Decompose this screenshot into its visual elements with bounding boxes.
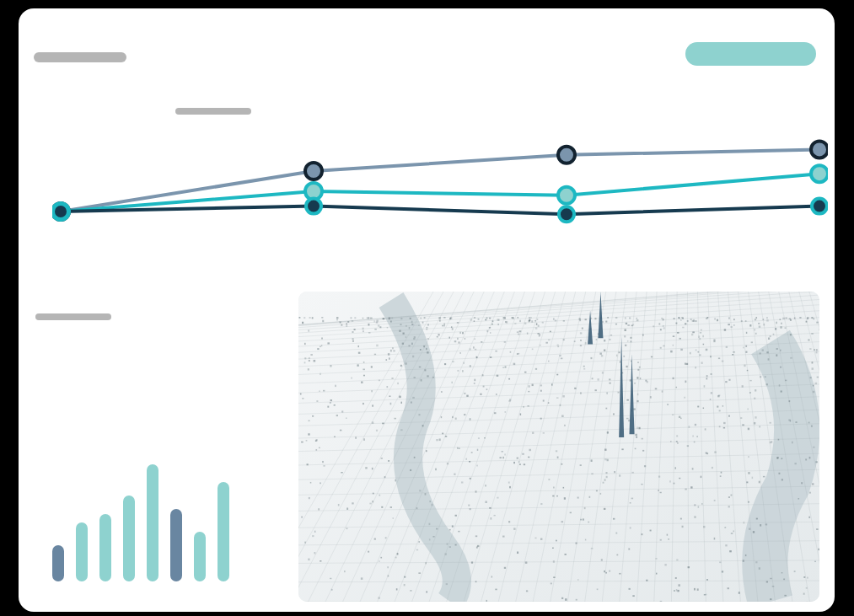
line-point[interactable] bbox=[812, 199, 827, 214]
svg-rect-395 bbox=[477, 449, 478, 451]
bar[interactable] bbox=[99, 514, 111, 581]
svg-rect-383 bbox=[550, 331, 551, 333]
svg-rect-122 bbox=[690, 486, 692, 488]
svg-rect-341 bbox=[601, 355, 603, 356]
svg-rect-832 bbox=[619, 573, 620, 575]
line-point[interactable] bbox=[811, 141, 828, 158]
svg-rect-793 bbox=[660, 492, 662, 493]
svg-rect-869 bbox=[685, 381, 686, 383]
svg-rect-733 bbox=[630, 502, 631, 503]
svg-rect-336 bbox=[748, 456, 749, 458]
svg-rect-305 bbox=[510, 351, 512, 353]
bar[interactable] bbox=[147, 464, 158, 581]
bar[interactable] bbox=[194, 532, 206, 581]
svg-rect-356 bbox=[439, 438, 441, 441]
svg-rect-923 bbox=[684, 397, 685, 399]
svg-rect-823 bbox=[309, 360, 310, 362]
svg-rect-635 bbox=[770, 442, 772, 443]
bar[interactable] bbox=[76, 522, 88, 581]
svg-rect-235 bbox=[633, 408, 636, 410]
map-panel[interactable] bbox=[298, 292, 819, 602]
svg-rect-863 bbox=[660, 539, 662, 541]
svg-rect-515 bbox=[478, 437, 480, 439]
svg-rect-552 bbox=[755, 333, 757, 335]
svg-rect-114 bbox=[557, 345, 559, 346]
svg-rect-417 bbox=[759, 326, 760, 328]
line-point[interactable] bbox=[305, 163, 322, 179]
svg-rect-595 bbox=[806, 587, 808, 589]
bar[interactable] bbox=[123, 495, 135, 581]
svg-rect-204 bbox=[699, 354, 701, 356]
bar[interactable] bbox=[52, 545, 64, 581]
svg-rect-202 bbox=[605, 472, 607, 474]
svg-rect-742 bbox=[426, 329, 427, 330]
svg-rect-780 bbox=[655, 558, 657, 560]
svg-rect-389 bbox=[678, 584, 679, 587]
svg-rect-108 bbox=[690, 319, 692, 320]
svg-rect-873 bbox=[740, 417, 742, 419]
svg-rect-327 bbox=[624, 335, 626, 337]
svg-rect-949 bbox=[308, 329, 309, 331]
svg-rect-322 bbox=[635, 434, 636, 436]
line-point[interactable] bbox=[306, 199, 321, 214]
svg-rect-419 bbox=[485, 501, 487, 502]
line-point[interactable] bbox=[811, 165, 828, 182]
svg-rect-536 bbox=[390, 350, 392, 352]
svg-rect-651 bbox=[609, 570, 610, 572]
svg-rect-377 bbox=[497, 497, 498, 499]
svg-rect-76 bbox=[776, 354, 777, 356]
svg-rect-270 bbox=[712, 467, 713, 469]
svg-rect-289 bbox=[628, 420, 630, 421]
svg-rect-217 bbox=[560, 404, 561, 406]
svg-rect-867 bbox=[518, 333, 519, 335]
svg-rect-260 bbox=[765, 376, 766, 378]
svg-rect-317 bbox=[548, 479, 550, 480]
svg-rect-221 bbox=[596, 490, 598, 492]
svg-rect-915 bbox=[340, 430, 341, 431]
svg-rect-190 bbox=[660, 347, 662, 349]
line-point[interactable] bbox=[53, 204, 68, 219]
line-point[interactable] bbox=[559, 206, 574, 222]
svg-rect-630 bbox=[408, 345, 410, 346]
svg-rect-507 bbox=[604, 508, 605, 510]
svg-rect-97 bbox=[717, 319, 718, 322]
svg-rect-287 bbox=[781, 479, 783, 480]
svg-rect-518 bbox=[724, 329, 726, 330]
svg-rect-410 bbox=[505, 367, 507, 368]
svg-rect-659 bbox=[813, 391, 815, 393]
svg-rect-909 bbox=[426, 327, 427, 329]
svg-rect-385 bbox=[626, 418, 629, 419]
svg-rect-201 bbox=[517, 552, 518, 554]
svg-rect-798 bbox=[667, 404, 669, 405]
svg-rect-684 bbox=[751, 341, 753, 343]
svg-rect-259 bbox=[376, 319, 379, 321]
svg-rect-117 bbox=[679, 338, 681, 340]
svg-rect-571 bbox=[755, 389, 756, 391]
line-series-series-c bbox=[61, 206, 819, 215]
svg-rect-767 bbox=[341, 410, 343, 412]
svg-rect-585 bbox=[580, 345, 582, 346]
svg-rect-378 bbox=[674, 590, 675, 592]
svg-rect-803 bbox=[418, 414, 420, 415]
svg-rect-641 bbox=[424, 369, 426, 371]
line-point[interactable] bbox=[558, 187, 575, 204]
svg-rect-837 bbox=[728, 379, 730, 381]
line-point[interactable] bbox=[558, 147, 575, 163]
action-button[interactable] bbox=[685, 42, 816, 66]
svg-rect-420 bbox=[540, 345, 541, 346]
svg-rect-941 bbox=[400, 318, 402, 319]
svg-rect-730 bbox=[341, 324, 342, 326]
svg-rect-284 bbox=[697, 406, 699, 408]
svg-rect-243 bbox=[454, 474, 455, 475]
svg-rect-238 bbox=[475, 349, 476, 351]
svg-rect-329 bbox=[680, 349, 683, 351]
svg-rect-960 bbox=[455, 418, 457, 420]
svg-rect-624 bbox=[754, 422, 755, 425]
svg-rect-768 bbox=[410, 469, 411, 471]
svg-rect-427 bbox=[615, 317, 617, 319]
bar[interactable] bbox=[218, 482, 229, 581]
bar[interactable] bbox=[170, 509, 182, 581]
svg-rect-712 bbox=[429, 523, 431, 525]
svg-rect-862 bbox=[519, 463, 521, 465]
svg-rect-950 bbox=[312, 317, 314, 319]
